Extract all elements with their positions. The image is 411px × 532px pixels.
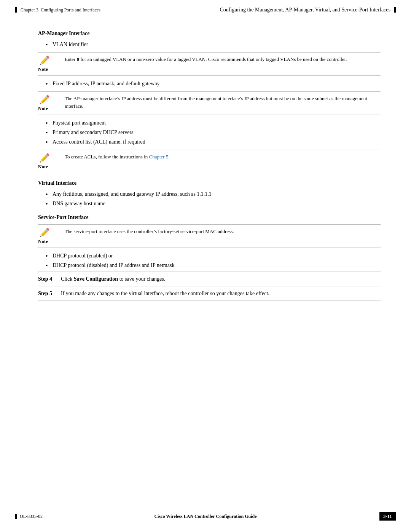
- bullet-dhcp-enabled: DHCP protocol (enabled) or: [46, 252, 381, 260]
- footer-center: Cisco Wireless LAN Controller Configurat…: [154, 514, 256, 519]
- footer-left: OL-8335-02: [15, 514, 43, 519]
- main-content: AP-Manager Interface VLAN identifier ✏️ …: [0, 16, 411, 311]
- pencil-icon-4: ✏️: [40, 228, 50, 238]
- bullet-vlan: VLAN identifier: [46, 40, 381, 48]
- note-acl-content: To create ACLs, follow the instructions …: [65, 153, 381, 161]
- ap-manager-bullet-list-2: Fixed IP address, IP netmask, and defaul…: [46, 80, 381, 88]
- pencil-icon-1: ✏️: [40, 56, 50, 66]
- step4-bold: Save Configuration: [74, 276, 118, 282]
- step4-row: Step 4 Click Save Configuration to save …: [38, 275, 381, 283]
- note-vlan: ✏️ Note Enter 0 for an untagged VLAN or …: [38, 52, 381, 76]
- note-apmanager-ip: ✏️ Note The AP-manager interface’s IP ad…: [38, 91, 381, 115]
- step4-text-before: Click: [61, 276, 74, 282]
- step5-row: Step 5 If you made any changes to the vi…: [38, 289, 381, 297]
- service-port-bullet-list: DHCP protocol (enabled) or DHCP protocol…: [46, 252, 381, 269]
- note-vlan-text-after: for an untagged VLAN or a non-zero value…: [79, 56, 347, 62]
- footer-left-bar: [15, 514, 17, 519]
- footer-right: 3-11: [379, 512, 396, 521]
- ap-manager-bullet-list-3: Physical port assignment Primary and sec…: [46, 119, 381, 146]
- bullet-acl: Access control list (ACL) name, if requi…: [46, 138, 381, 146]
- note-acl: ✏️ Note To create ACLs, follow the instr…: [38, 150, 381, 173]
- bullet-dhcp: Primary and secondary DHCP servers: [46, 128, 381, 136]
- note-label-1: Note: [38, 66, 48, 72]
- bullet-dhcp-disabled: DHCP protocol (disabled) and IP address …: [46, 261, 381, 269]
- note-acl-text-after: .: [168, 154, 169, 160]
- header-left: Chapter 3 Configuring Ports and Interfac…: [15, 7, 100, 13]
- step5-content: If you made any changes to the virtual i…: [61, 289, 381, 297]
- bullet-virtual-gateway: Any fictitious, unassigned, and unused g…: [46, 190, 381, 198]
- bullet-physical-port: Physical port assignment: [46, 119, 381, 127]
- step4-text-after: to save your changes.: [118, 276, 165, 282]
- step4-content: Click Save Configuration to save your ch…: [61, 275, 381, 283]
- footer-title: Cisco Wireless LAN Controller Configurat…: [154, 514, 256, 519]
- ap-manager-bullet-list-1: VLAN identifier: [46, 40, 381, 48]
- bullet-dns-gateway: DNS gateway host name: [46, 200, 381, 208]
- header-right-bar: [394, 7, 396, 13]
- page-header: Chapter 3 Configuring Ports and Interfac…: [0, 0, 411, 16]
- page-footer: OL-8335-02 Cisco Wireless LAN Controller…: [0, 512, 411, 521]
- note-label-2: Note: [38, 105, 48, 112]
- header-left-bar: [15, 7, 17, 13]
- header-right-text: Configuring the Management, AP-Manager, …: [220, 7, 390, 13]
- bullet-ip: Fixed IP address, IP netmask, and defaul…: [46, 80, 381, 88]
- note-icon-area-2: ✏️ Note: [38, 95, 65, 112]
- step5-label: Step 5: [38, 289, 61, 297]
- note-service-port: ✏️ Note The service-port interface uses …: [38, 224, 381, 248]
- note-acl-text-before: To create ACLs, follow the instructions …: [65, 154, 149, 160]
- step5-divider: [38, 286, 381, 286]
- virtual-heading: Virtual Interface: [38, 180, 381, 186]
- note-apmanager-ip-content: The AP-manager interface’s IP address mu…: [65, 95, 381, 110]
- step4-divider: [38, 272, 381, 272]
- note-service-port-content: The service-port interface uses the cont…: [65, 228, 381, 235]
- header-chapter: Chapter 3: [21, 7, 38, 13]
- virtual-bullet-list: Any fictitious, unassigned, and unused g…: [46, 190, 381, 208]
- step5-end-divider: [38, 300, 381, 301]
- ap-manager-heading: AP-Manager Interface: [38, 30, 381, 37]
- footer-doc-id: OL-8335-02: [20, 514, 43, 519]
- note-label-4: Note: [38, 238, 48, 244]
- header-chapter-title: Configuring Ports and Interfaces: [41, 7, 100, 13]
- header-right: Configuring the Management, AP-Manager, …: [220, 7, 396, 13]
- note-icon-area-4: ✏️ Note: [38, 228, 65, 244]
- note-vlan-text-before: Enter: [65, 56, 76, 62]
- step4-label: Step 4: [38, 275, 61, 283]
- footer-page-number: 3-11: [379, 512, 396, 521]
- chapter5-link[interactable]: Chapter 5: [149, 154, 169, 160]
- pencil-icon-2: ✏️: [40, 95, 50, 105]
- note-vlan-content: Enter 0 for an untagged VLAN or a non-ze…: [65, 56, 381, 63]
- note-label-3: Note: [38, 164, 48, 170]
- service-port-heading: Service-Port Interface: [38, 214, 381, 220]
- note-icon-area-3: ✏️ Note: [38, 153, 65, 170]
- note-icon-area-1: ✏️ Note: [38, 56, 65, 72]
- pencil-icon-3: ✏️: [40, 153, 50, 163]
